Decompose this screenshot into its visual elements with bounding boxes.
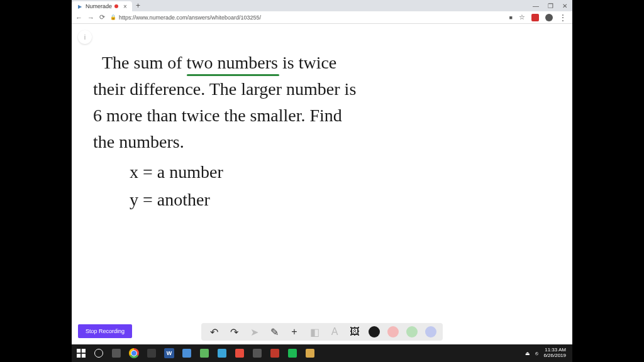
extension-icon[interactable] xyxy=(531,14,539,21)
taskbar-app-10[interactable] xyxy=(303,346,317,360)
tab-close-button[interactable]: × xyxy=(123,3,127,10)
taskbar-app-9[interactable] xyxy=(286,346,299,360)
color-blue[interactable] xyxy=(425,326,436,337)
pen-tool[interactable]: ✎ xyxy=(268,326,280,338)
profile-avatar-icon[interactable] xyxy=(545,14,553,21)
url-field[interactable]: 🔒 https://www.numerade.com/answers/white… xyxy=(110,14,504,21)
recording-indicator-icon xyxy=(114,4,118,8)
image-tool[interactable]: 🖼 xyxy=(348,326,361,338)
start-button[interactable] xyxy=(74,346,88,360)
reload-button[interactable]: ⟳ xyxy=(99,13,105,21)
taskbar-app-7[interactable] xyxy=(250,346,264,360)
undo-button[interactable]: ↶ xyxy=(208,326,220,338)
handwriting-line-4: the numbers. xyxy=(93,131,184,153)
svg-rect-0 xyxy=(77,349,80,353)
pointer-tool[interactable]: ➤ xyxy=(248,326,260,338)
handwriting-line-6: y = another xyxy=(130,189,210,211)
svg-rect-1 xyxy=(82,349,86,353)
handwriting-line-5: x = a number xyxy=(130,161,223,184)
taskbar-app-5[interactable] xyxy=(215,346,229,360)
back-button[interactable]: ← xyxy=(75,14,82,21)
stop-recording-button[interactable]: Stop Recording xyxy=(78,324,132,338)
whiteboard-canvas[interactable]: i The sum of two numbers is twice their … xyxy=(72,24,572,344)
handwriting-line-2: their difference. The larger number is xyxy=(93,78,356,101)
minimize-button[interactable]: — xyxy=(533,3,539,9)
maximize-button[interactable]: ❐ xyxy=(548,3,553,9)
svg-rect-3 xyxy=(82,354,86,358)
handwriting-line-3: 6 more than twice the smaller. Find xyxy=(93,104,342,127)
taskbar-app-4[interactable] xyxy=(197,346,211,360)
color-red[interactable] xyxy=(387,326,399,337)
taskbar-app-3[interactable] xyxy=(180,346,194,360)
whiteboard-toolbar: ↶ ↷ ➤ ✎ + ◧ A 🖼 xyxy=(201,323,443,341)
video-icon[interactable]: ■ xyxy=(509,14,513,21)
window-controls: — ❐ ✕ xyxy=(533,3,572,9)
add-tool[interactable]: + xyxy=(288,326,301,338)
word-taskbar-icon[interactable]: W xyxy=(162,346,176,360)
taskbar-app-6[interactable] xyxy=(233,346,247,360)
handwriting-line-1: The sum of two numbers is twice xyxy=(102,52,336,74)
taskbar-app-8[interactable] xyxy=(268,346,282,360)
address-bar: ← → ⟳ 🔒 https://www.numerade.com/answers… xyxy=(72,11,572,24)
browser-menu-button[interactable]: ⋮ xyxy=(559,13,566,22)
url-text: https://www.numerade.com/answers/whitebo… xyxy=(119,14,261,21)
browser-tab[interactable]: ▶ Numerade × xyxy=(72,1,132,11)
system-tray: ⏏ ⎋ 11:33 AM 6/26/2019 xyxy=(525,348,570,359)
svg-rect-2 xyxy=(77,354,80,358)
clock[interactable]: 11:33 AM 6/26/2019 xyxy=(543,348,566,359)
text-tool[interactable]: A xyxy=(328,326,341,338)
browser-window: ▶ Numerade × + — ❐ ✕ ← → ⟳ 🔒 https://www… xyxy=(72,0,572,344)
taskbar-app-2[interactable] xyxy=(145,346,158,360)
redo-button[interactable]: ↷ xyxy=(228,326,240,338)
date-text: 6/26/2019 xyxy=(543,353,566,359)
tab-favicon-icon: ▶ xyxy=(77,3,83,9)
new-tab-button[interactable]: + xyxy=(132,1,144,10)
help-button[interactable]: i xyxy=(78,30,92,44)
underlined-phrase: two numbers xyxy=(187,52,278,74)
address-bar-right: ■ ☆ ⋮ xyxy=(509,13,569,22)
tab-title: Numerade xyxy=(86,3,112,9)
color-black[interactable] xyxy=(369,326,380,337)
cortana-icon[interactable] xyxy=(92,346,106,360)
tray-icon-2[interactable]: ⎋ xyxy=(535,351,538,356)
tab-bar: ▶ Numerade × + — ❐ ✕ xyxy=(72,0,572,11)
eraser-tool[interactable]: ◧ xyxy=(308,326,321,338)
taskbar-app-1[interactable] xyxy=(109,346,123,360)
lock-icon: 🔒 xyxy=(110,14,116,20)
close-window-button[interactable]: ✕ xyxy=(562,3,567,9)
bookmark-star-icon[interactable]: ☆ xyxy=(519,13,525,21)
forward-button[interactable]: → xyxy=(87,14,94,21)
tray-icon-1[interactable]: ⏏ xyxy=(525,351,530,356)
windows-taskbar: W ⏏ ⎋ 11:33 AM 6/26/2019 xyxy=(72,344,572,362)
color-green[interactable] xyxy=(406,326,418,337)
chrome-taskbar-icon[interactable] xyxy=(127,346,141,360)
